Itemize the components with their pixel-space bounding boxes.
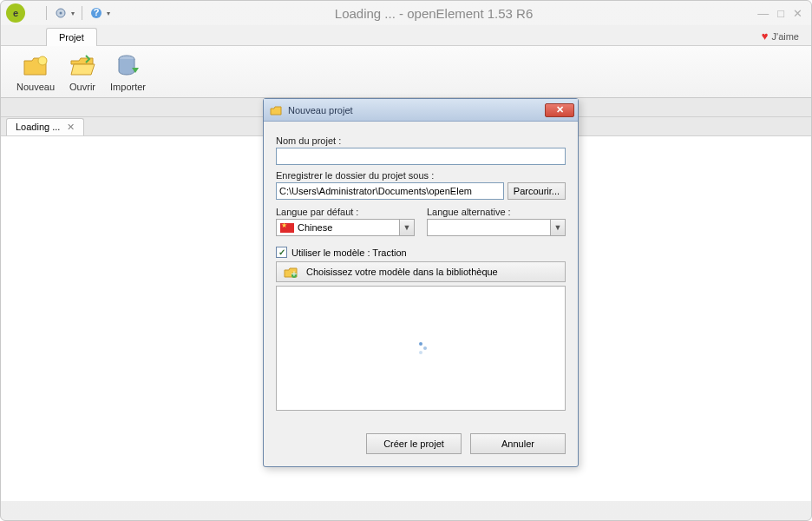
project-name-label: Nom du projet : — [276, 135, 566, 146]
nouveau-button[interactable]: Nouveau — [10, 52, 62, 92]
alt-language-combo[interactable]: ▼ — [427, 219, 566, 236]
choose-model-label: Choisissez votre modèle dans la biblioth… — [306, 267, 498, 277]
gear-icon[interactable] — [54, 6, 68, 20]
app-logo[interactable]: e — [6, 3, 25, 23]
cancel-button[interactable]: Annuler — [470, 433, 566, 454]
browse-button[interactable]: Parcourir... — [508, 182, 566, 200]
dialog-titlebar[interactable]: Nouveau projet ✕ — [264, 99, 578, 122]
choose-model-button[interactable]: + Choisissez votre modèle dans la biblio… — [276, 261, 566, 282]
alt-language-value — [427, 219, 550, 236]
save-path-label: Enregistrer le dossier du projet sous : — [276, 170, 566, 181]
ouvrir-label: Ouvrir — [69, 82, 95, 92]
database-import-icon — [115, 52, 142, 80]
jaime-label: J'aime — [772, 31, 799, 42]
nouveau-label: Nouveau — [16, 82, 55, 92]
chevron-down-icon[interactable]: ▼ — [550, 219, 566, 236]
minimize-button[interactable]: — — [757, 7, 769, 20]
doctab-loading[interactable]: Loading ... ✕ — [6, 118, 84, 135]
close-window-button[interactable]: ✕ — [793, 7, 802, 20]
default-language-label: Langue par défaut : — [276, 207, 415, 217]
save-path-input[interactable] — [276, 182, 504, 200]
folder-open-icon — [69, 52, 96, 80]
svg-point-4 — [38, 56, 47, 65]
folder-icon — [269, 103, 283, 117]
default-language-text: Chinese — [298, 222, 332, 233]
qat-separator — [46, 6, 47, 20]
gear-dropdown[interactable]: ▾ — [71, 10, 75, 17]
folder-new-icon — [22, 52, 49, 80]
ribbon-tabbar: Projet ♥ J'aime — [1, 25, 811, 46]
svg-point-1 — [60, 12, 62, 15]
dialog-footer: Créer le projet Annuler — [264, 423, 578, 466]
dialog-title: Nouveau projet — [288, 105, 353, 115]
maximize-button[interactable]: □ — [777, 7, 784, 20]
importer-label: Importer — [110, 82, 146, 92]
doctab-label: Loading ... — [16, 122, 60, 132]
project-name-input[interactable] — [276, 148, 566, 165]
quick-access-toolbar: ▾ ? ▾ — [43, 6, 110, 20]
doctab-close-icon[interactable]: ✕ — [67, 122, 75, 133]
close-icon: ✕ — [556, 104, 564, 115]
jaime-button[interactable]: ♥ J'aime — [762, 30, 799, 45]
new-project-dialog: Nouveau projet ✕ Nom du projet : Enregis… — [263, 98, 579, 467]
loading-spinner-icon — [415, 342, 427, 354]
default-language-value: Chinese — [276, 219, 399, 236]
tab-projet[interactable]: Projet — [46, 28, 97, 46]
use-model-checkbox[interactable]: ✓ — [276, 247, 287, 258]
chevron-down-icon[interactable]: ▼ — [399, 219, 415, 236]
alt-language-label: Langue alternative : — [427, 207, 566, 217]
titlebar: e ▾ ? ▾ Loading ... - openElement 1.53 R… — [1, 1, 811, 25]
create-project-button[interactable]: Créer le projet — [366, 433, 462, 454]
library-icon: + — [284, 265, 298, 279]
dialog-body: Nom du projet : Enregistrer le dossier d… — [264, 122, 578, 423]
model-preview — [276, 286, 566, 411]
use-model-label: Utiliser le modèle : Traction — [291, 247, 407, 258]
dialog-close-button[interactable]: ✕ — [545, 103, 574, 117]
flag-china-icon — [280, 223, 294, 233]
qat-separator — [82, 6, 82, 20]
importer-button[interactable]: Importer — [103, 52, 153, 92]
language-row: Langue par défaut : Chinese ▼ Langue alt… — [276, 201, 566, 236]
window-controls: — □ ✕ — [757, 7, 802, 20]
ouvrir-button[interactable]: Ouvrir — [62, 52, 103, 92]
heart-icon: ♥ — [762, 30, 769, 43]
logo-letter: e — [13, 8, 18, 18]
svg-text:+: + — [291, 268, 297, 279]
use-model-row: ✓ Utiliser le modèle : Traction — [276, 247, 566, 258]
default-language-combo[interactable]: Chinese ▼ — [276, 219, 415, 236]
save-path-row: Parcourir... — [276, 182, 566, 200]
window-title: Loading ... - openElement 1.53 R6 — [110, 6, 757, 21]
main-window: e ▾ ? ▾ Loading ... - openElement 1.53 R… — [0, 0, 812, 521]
ribbon: Nouveau Ouvrir Importer — [1, 46, 811, 98]
svg-text:?: ? — [94, 7, 100, 17]
help-icon[interactable]: ? — [89, 6, 103, 20]
